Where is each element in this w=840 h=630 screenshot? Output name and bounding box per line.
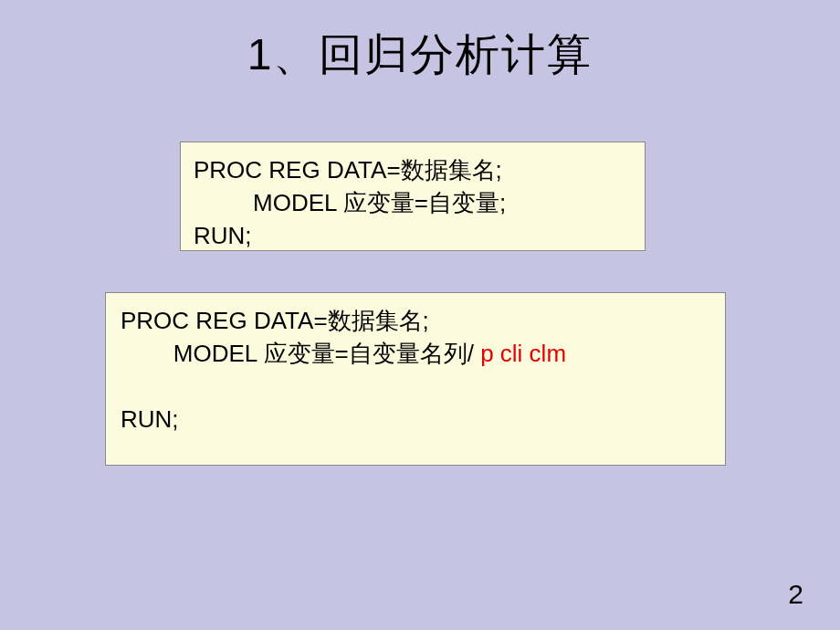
code-line: RUN; bbox=[121, 403, 710, 436]
code-line: MODEL 应变量=自变量; bbox=[194, 186, 632, 219]
code-line: PROC REG DATA=数据集名; bbox=[194, 153, 632, 186]
code-line: MODEL 应变量=自变量名列/ p cli clm bbox=[121, 337, 710, 370]
slide-title: 1、回归分析计算 bbox=[0, 0, 840, 84]
blank-line bbox=[121, 370, 710, 403]
page-number: 2 bbox=[788, 579, 803, 610]
code-line: PROC REG DATA=数据集名; bbox=[121, 304, 710, 337]
highlighted-options: p cli clm bbox=[480, 340, 566, 367]
code-line: RUN; bbox=[194, 219, 632, 252]
code-block-2: PROC REG DATA=数据集名; MODEL 应变量=自变量名列/ p c… bbox=[105, 292, 726, 466]
code-block-1: PROC REG DATA=数据集名; MODEL 应变量=自变量; RUN; bbox=[180, 142, 646, 251]
